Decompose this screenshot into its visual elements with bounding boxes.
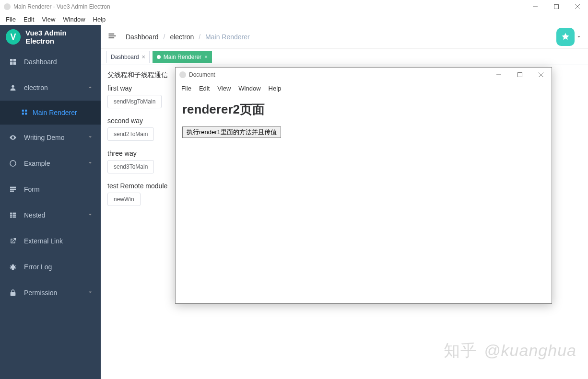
breadcrumb: Dashboard / electron / Main Renderer: [126, 33, 250, 41]
user-menu[interactable]: [556, 28, 581, 46]
svg-rect-16: [10, 191, 14, 192]
sidebar-item-dashboard[interactable]: Dashboard: [0, 49, 101, 75]
active-dot-icon: [157, 55, 161, 59]
tab-label: Dashboard: [111, 54, 139, 60]
svg-rect-17: [10, 213, 12, 214]
external-link-icon: [9, 237, 17, 245]
send-msg-to-main-button[interactable]: sendMsgToMain: [107, 95, 162, 108]
child-menu-file[interactable]: File: [177, 84, 195, 93]
user-icon: [9, 84, 17, 92]
close-button[interactable]: [567, 0, 588, 13]
svg-rect-1: [554, 5, 559, 9]
sidebar-logo[interactable]: V Vue3 Admin Electron: [0, 25, 101, 49]
window-title: Main Renderer - Vue3 Admin Electron: [13, 3, 110, 10]
nested-icon: [9, 211, 17, 219]
sidebar-item-external-link[interactable]: External Link: [0, 228, 101, 254]
child-menu-help[interactable]: Help: [265, 84, 285, 93]
child-heading: renderer2页面: [182, 101, 545, 118]
sidebar-item-nested[interactable]: Nested: [0, 202, 101, 228]
chevron-up-icon: [87, 84, 93, 92]
topbar: Dashboard / electron / Main Renderer: [101, 25, 588, 49]
svg-rect-24: [518, 73, 522, 77]
sidebar-item-electron[interactable]: electron: [0, 75, 101, 101]
child-menu-view[interactable]: View: [213, 84, 235, 93]
app-icon: [4, 3, 11, 10]
maximize-button[interactable]: [546, 0, 567, 13]
menu-file[interactable]: File: [2, 15, 20, 24]
menu-edit[interactable]: Edit: [20, 15, 38, 24]
caret-down-icon: [576, 33, 581, 41]
sidebar-item-writing-demo[interactable]: Writing Demo: [0, 125, 101, 150]
svg-rect-21: [10, 217, 12, 218]
breadcrumb-item[interactable]: electron: [170, 33, 194, 41]
maximize-button[interactable]: [509, 68, 530, 81]
tab-dashboard[interactable]: Dashboard ×: [106, 51, 150, 63]
sidebar-item-label: External Link: [24, 237, 63, 245]
minimize-button[interactable]: [488, 68, 509, 81]
child-window: Document File Edit View Window Help rend…: [175, 67, 552, 304]
minimize-button[interactable]: [525, 0, 546, 13]
sidebar-item-label: Error Log: [24, 263, 52, 271]
sidebar-item-label: Writing Demo: [24, 134, 65, 141]
child-body: renderer2页面 执行render1里面的方法并且传值: [176, 94, 552, 303]
sidebar-item-label: Nested: [24, 211, 45, 219]
logo-badge: V: [6, 29, 21, 45]
child-window-title: Document: [189, 71, 215, 78]
run-render1-button[interactable]: 执行render1里面的方法并且传值: [182, 126, 281, 138]
child-window-titlebar: Document: [176, 68, 552, 82]
svg-rect-18: [12, 213, 16, 214]
watermark-zh: 知乎: [444, 341, 477, 359]
child-window-controls: [488, 68, 552, 81]
tab-close-icon[interactable]: ×: [204, 54, 208, 60]
new-win-button[interactable]: newWin: [107, 193, 141, 206]
send3-to-main-button[interactable]: send3ToMain: [107, 160, 154, 173]
svg-rect-20: [12, 215, 16, 216]
svg-rect-5: [13, 59, 16, 61]
chevron-down-icon: [87, 160, 93, 167]
child-menu-window[interactable]: Window: [235, 84, 264, 93]
menu-window[interactable]: Window: [59, 15, 89, 24]
outer-menubar: File Edit View Window Help: [0, 13, 588, 25]
tab-close-icon[interactable]: ×: [142, 54, 145, 60]
sidebar-item-form[interactable]: Form: [0, 176, 101, 202]
sidebar-subitem-main-renderer[interactable]: Main Renderer: [0, 101, 101, 125]
svg-point-13: [10, 161, 16, 166]
app-title: Vue3 Admin Electron: [25, 29, 95, 45]
close-button[interactable]: [530, 68, 552, 81]
sidebar-item-error-log[interactable]: Error Log: [0, 254, 101, 280]
svg-rect-10: [25, 109, 27, 111]
svg-point-8: [12, 85, 14, 88]
sidebar-item-label: Form: [24, 185, 40, 193]
menu-view[interactable]: View: [38, 15, 59, 24]
breadcrumb-item[interactable]: Dashboard: [126, 33, 159, 41]
svg-rect-12: [25, 113, 27, 115]
sidebar-subitem-label: Main Renderer: [33, 109, 77, 116]
grid-icon: [21, 109, 28, 117]
breadcrumb-sep: /: [164, 33, 165, 41]
chevron-down-icon: [87, 211, 93, 219]
tabs-bar: Dashboard × Main Renderer ×: [101, 49, 588, 65]
compass-icon: [9, 160, 17, 167]
menu-help[interactable]: Help: [89, 15, 110, 24]
svg-rect-22: [12, 217, 16, 218]
tab-main-renderer[interactable]: Main Renderer ×: [153, 51, 212, 63]
svg-rect-9: [22, 109, 24, 111]
window-controls: [525, 0, 588, 13]
svg-rect-4: [10, 59, 12, 61]
bug-icon: [9, 263, 17, 271]
child-menu-edit[interactable]: Edit: [195, 84, 213, 93]
sidebar-item-example[interactable]: Example: [0, 150, 101, 176]
svg-rect-15: [10, 189, 16, 190]
sidebar-item-permission[interactable]: Permission: [0, 280, 101, 306]
watermark: 知乎@kuanghua: [444, 340, 576, 362]
sidebar-item-label: Permission: [24, 289, 57, 297]
watermark-handle: @kuanghua: [484, 341, 576, 359]
outer-window-titlebar: Main Renderer - Vue3 Admin Electron: [0, 0, 588, 13]
gauge-icon: [9, 58, 17, 66]
hamburger-icon[interactable]: [107, 31, 117, 42]
eye-icon: [9, 134, 17, 141]
child-menubar: File Edit View Window Help: [176, 82, 552, 94]
svg-rect-6: [10, 62, 12, 65]
send2-to-main-button[interactable]: send2ToMain: [107, 127, 154, 141]
sidebar-item-label: Example: [24, 160, 50, 167]
